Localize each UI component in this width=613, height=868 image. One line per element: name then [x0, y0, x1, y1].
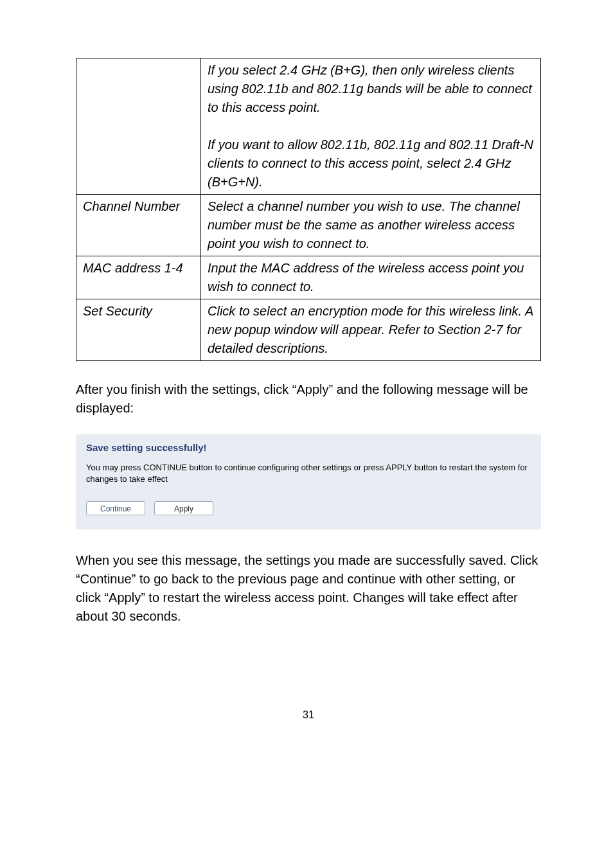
cell-label: MAC address 1-4 [76, 256, 201, 299]
save-success-panel: Save setting successfully! You may press… [76, 434, 541, 529]
cell-desc: Click to select an encryption mode for t… [201, 299, 541, 361]
cell-desc: Select a channel number you wish to use.… [201, 195, 541, 256]
panel-title: Save setting successfully! [86, 442, 531, 453]
cell-desc: If you select 2.4 GHz (B+G), then only w… [201, 58, 541, 195]
table-row: If you select 2.4 GHz (B+G), then only w… [76, 58, 541, 195]
continue-button[interactable]: Continue [86, 501, 145, 515]
cell-desc: Input the MAC address of the wireless ac… [201, 256, 541, 299]
table-row: Set Security Click to select an encrypti… [76, 299, 541, 361]
panel-message: You may press CONTINUE button to continu… [86, 462, 531, 484]
cell-label [76, 58, 201, 195]
cell-label: Channel Number [76, 195, 201, 256]
table-row: MAC address 1-4 Input the MAC address of… [76, 256, 541, 299]
page-number: 31 [76, 709, 541, 721]
table-row: Channel Number Select a channel number y… [76, 195, 541, 256]
settings-table: If you select 2.4 GHz (B+G), then only w… [76, 58, 541, 361]
apply-button[interactable]: Apply [154, 501, 213, 515]
button-row: Continue Apply [86, 501, 531, 515]
paragraph-intro: After you finish with the settings, clic… [76, 380, 541, 418]
cell-label: Set Security [76, 299, 201, 361]
paragraph-explain: When you see this message, the settings … [76, 551, 541, 626]
